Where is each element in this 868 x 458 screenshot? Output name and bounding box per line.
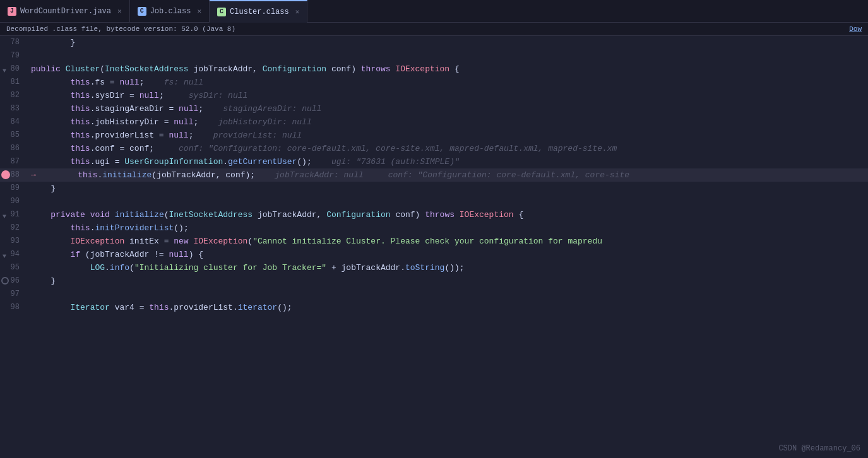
table-row: 83 this.stagingAreaDir = null; stagingAr… [0, 102, 868, 115]
line-number: 78 [0, 36, 28, 49]
tab-bar: J WordCountDriver.java ✕ C Job.class ✕ C… [0, 0, 868, 23]
line-number: 85 [0, 129, 28, 142]
line-number: 96 [0, 274, 28, 288]
code-text: this.stagingAreaDir = null; stagingAreaD… [31, 104, 321, 114]
line-number: 92 [0, 221, 28, 235]
download-link[interactable]: Dow [849, 25, 862, 33]
tab-cluster-close[interactable]: ✕ [295, 8, 300, 16]
line-number: 83 [0, 102, 28, 115]
code-text: private void initialize(InetSocketAddres… [31, 210, 523, 220]
line-number: 93 [0, 235, 28, 248]
table-row: 97 [0, 288, 868, 301]
line-number: 86 [0, 142, 28, 155]
hollow-breakpoint-icon[interactable] [1, 277, 9, 285]
code-text: public Cluster(InetSocketAddress jobTrac… [31, 64, 460, 74]
line-number: 97 [0, 288, 28, 301]
table-row: 90 [0, 195, 868, 208]
table-row: 85 this.providerList = null; providerLis… [0, 129, 868, 142]
table-row: 94▼ if (jobTrackAddr != null) { [0, 248, 868, 261]
table-row: 96 } [0, 274, 868, 288]
tab-cluster-label: Cluster.class [230, 8, 289, 16]
line-number: 95 [0, 261, 28, 274]
line-number: 81 [0, 76, 28, 89]
line-content: Iterator var4 = this.providerList.iterat… [28, 301, 868, 314]
line-number: 80▼ [0, 62, 28, 76]
tab-wordcount-close[interactable]: ✕ [117, 7, 122, 15]
line-content: } [28, 182, 868, 195]
tab-cluster[interactable]: C Cluster.class ✕ [210, 0, 307, 23]
line-number: 82 [0, 89, 28, 102]
table-row: 89 } [0, 182, 868, 195]
line-content [28, 195, 868, 208]
line-content: this.providerList = null; providerList: … [28, 129, 868, 142]
java-icon: J [8, 7, 16, 16]
code-text: } [31, 276, 56, 286]
line-content: public Cluster(InetSocketAddress jobTrac… [28, 62, 868, 76]
code-text: this.fs = null; fs: null [31, 78, 203, 87]
watermark: CSDN @Redamancy_06 [778, 444, 860, 453]
table-row: 98 Iterator var4 = this.providerList.ite… [0, 301, 868, 314]
code-editor: 78 }7980▼public Cluster(InetSocketAddres… [0, 36, 868, 454]
code-text: this.ugi = UserGroupInformation.getCurre… [31, 157, 460, 167]
tab-job-close[interactable]: ✕ [197, 7, 201, 15]
line-number: 90 [0, 195, 28, 208]
line-content: this.initProviderList(); [28, 221, 868, 235]
code-text: this.initialize(jobTrackAddr, conf); job… [39, 170, 629, 180]
fold-icon[interactable]: ▼ [0, 210, 6, 218]
decompile-info: Decompiled .class file, bytecode version… [6, 25, 235, 33]
line-content: if (jobTrackAddr != null) { [28, 248, 868, 261]
breakpoint-icon[interactable] [1, 170, 10, 179]
code-text: this.sysDir = null; sysDir: null [31, 91, 247, 100]
code-text: this.initProviderList(); [31, 223, 189, 233]
table-row: 92 this.initProviderList(); [0, 221, 868, 235]
line-content: } [28, 274, 868, 288]
fold-icon[interactable]: ▼ [0, 64, 6, 72]
line-number: 88 [0, 168, 28, 182]
cluster-class-icon: C [217, 8, 226, 16]
code-text: this.providerList = null; providerList: … [31, 131, 302, 140]
line-content: } [28, 36, 868, 49]
code-area: 78 }7980▼public Cluster(InetSocketAddres… [0, 36, 868, 454]
code-text: } [31, 184, 56, 193]
tab-job-label: Job.class [150, 7, 191, 16]
line-number: 91▼ [0, 208, 28, 221]
tab-wordcount-label: WordCountDriver.java [20, 7, 111, 16]
table-row: 84 this.jobHistoryDir = null; jobHistory… [0, 115, 868, 129]
line-content: this.fs = null; fs: null [28, 76, 868, 89]
line-content: this.ugi = UserGroupInformation.getCurre… [28, 155, 868, 168]
line-content [28, 288, 868, 301]
table-row: 80▼public Cluster(InetSocketAddress jobT… [0, 62, 868, 76]
line-content: LOG.info("Initializing cluster for Job T… [28, 261, 868, 274]
line-content: private void initialize(InetSocketAddres… [28, 208, 868, 221]
line-number: 94▼ [0, 248, 28, 261]
execution-arrow-icon: → [31, 170, 36, 180]
line-content: this.stagingAreaDir = null; stagingAreaD… [28, 102, 868, 115]
code-text: LOG.info("Initializing cluster for Job T… [31, 263, 465, 273]
code-text: this.conf = conf; conf: "Configuration: … [31, 144, 617, 153]
code-text: } [31, 38, 75, 47]
line-number: 98 [0, 301, 28, 314]
line-number: 87 [0, 155, 28, 168]
line-number: 84 [0, 115, 28, 129]
line-content: this.sysDir = null; sysDir: null [28, 89, 868, 102]
line-content: → this.initialize(jobTrackAddr, conf); j… [28, 168, 868, 182]
code-text: if (jobTrackAddr != null) { [31, 250, 203, 259]
table-row: 93 IOException initEx = new IOException(… [0, 235, 868, 248]
code-text: this.jobHistoryDir = null; jobHistoryDir… [31, 117, 312, 127]
line-content: IOException initEx = new IOException("Ca… [28, 235, 868, 248]
table-row: 79 [0, 49, 868, 62]
line-content: this.conf = conf; conf: "Configuration: … [28, 142, 868, 155]
table-row: 81 this.fs = null; fs: null [0, 76, 868, 89]
tab-job[interactable]: C Job.class ✕ [130, 0, 210, 23]
table-row: 82 this.sysDir = null; sysDir: null [0, 89, 868, 102]
line-number: 89 [0, 182, 28, 195]
line-content: this.jobHistoryDir = null; jobHistoryDir… [28, 115, 868, 129]
table-row: 95 LOG.info("Initializing cluster for Jo… [0, 261, 868, 274]
line-content [28, 49, 868, 62]
tab-wordcount[interactable]: J WordCountDriver.java ✕ [0, 0, 130, 23]
code-text: Iterator var4 = this.providerList.iterat… [31, 303, 292, 312]
table-row: 78 } [0, 36, 868, 49]
fold-icon[interactable]: ▼ [0, 250, 6, 257]
line-number: 79 [0, 49, 28, 62]
table-row: 87 this.ugi = UserGroupInformation.getCu… [0, 155, 868, 168]
